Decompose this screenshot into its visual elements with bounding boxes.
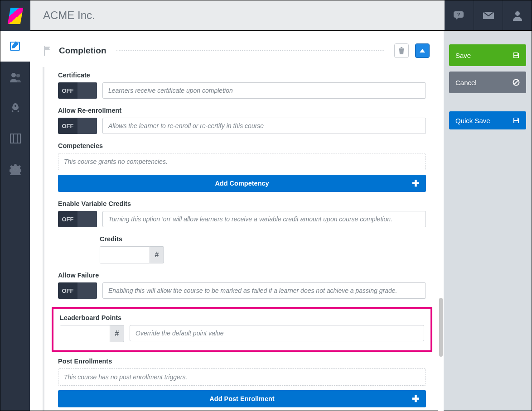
field-leaderboard: Leaderboard Points # Override the defaul… bbox=[60, 314, 424, 342]
svg-rect-13 bbox=[514, 53, 517, 55]
mail-button[interactable] bbox=[474, 0, 503, 30]
reenroll-desc: Allows the learner to re-enroll or re-ce… bbox=[102, 118, 426, 134]
quick-save-button[interactable]: Quick Save bbox=[449, 111, 526, 129]
certificate-toggle[interactable]: OFF bbox=[58, 82, 97, 99]
add-postenroll-button[interactable]: Add Post Enrollment ✚ bbox=[58, 390, 426, 407]
credits-input[interactable] bbox=[100, 247, 150, 263]
main-panel: Completion Certificate OFF Learners rece… bbox=[30, 31, 444, 411]
company-name: ACME Inc. bbox=[30, 0, 395, 30]
save-button[interactable]: Save bbox=[449, 44, 526, 66]
add-postenroll-label: Add Post Enrollment bbox=[209, 395, 274, 402]
certificate-desc: Learners receive certificate upon comple… bbox=[102, 82, 426, 99]
competencies-empty: This course grants no competencies. bbox=[58, 153, 426, 170]
svg-rect-14 bbox=[514, 56, 518, 57]
reenroll-toggle[interactable]: OFF bbox=[58, 118, 97, 134]
gear-icon bbox=[10, 163, 21, 175]
toggle-text: OFF bbox=[58, 216, 77, 223]
field-reenroll: Allow Re-enrollment OFF Allows the learn… bbox=[58, 107, 426, 134]
quick-save-icon bbox=[513, 117, 520, 124]
reenroll-label: Allow Re-enrollment bbox=[58, 107, 426, 114]
section-divider bbox=[116, 50, 385, 51]
rail-edit[interactable] bbox=[0, 31, 30, 62]
svg-rect-7 bbox=[10, 134, 20, 143]
toggle-knob bbox=[77, 211, 97, 227]
toggle-text: OFF bbox=[58, 123, 77, 129]
field-competencies: Competencies This course grants no compe… bbox=[58, 142, 426, 192]
scrollbar-thumb[interactable] bbox=[439, 298, 443, 357]
edit-page-icon bbox=[9, 40, 22, 53]
section-content: Certificate OFF Learners receive certifi… bbox=[43, 67, 440, 411]
allowfail-label: Allow Failure bbox=[58, 272, 426, 279]
scrollbar-track[interactable] bbox=[438, 31, 444, 411]
field-certificate: Certificate OFF Learners receive certifi… bbox=[58, 72, 426, 99]
svg-point-6 bbox=[15, 105, 16, 107]
plus-icon: ✚ bbox=[412, 178, 420, 189]
collapse-button[interactable] bbox=[415, 43, 430, 58]
svg-rect-10 bbox=[44, 46, 45, 56]
mail-icon bbox=[483, 11, 494, 19]
toggle-text: OFF bbox=[58, 287, 77, 294]
rocket-icon bbox=[10, 102, 21, 114]
svg-point-5 bbox=[16, 74, 20, 77]
add-competency-button[interactable]: Add Competency ✚ bbox=[58, 175, 426, 192]
credits-suffix: # bbox=[150, 246, 164, 263]
header-blank bbox=[395, 0, 445, 30]
logo-mark-icon bbox=[8, 8, 23, 24]
quick-save-label: Quick Save bbox=[455, 117, 490, 124]
svg-rect-18 bbox=[514, 121, 518, 123]
save-label: Save bbox=[455, 52, 471, 59]
rail-table[interactable] bbox=[0, 123, 30, 154]
postenroll-label: Post Enrollments bbox=[58, 358, 426, 365]
delete-button[interactable] bbox=[394, 43, 409, 58]
left-rail bbox=[0, 31, 30, 411]
svg-line-16 bbox=[514, 81, 518, 84]
varcredits-label: Enable Variable Credits bbox=[58, 200, 426, 207]
rail-users[interactable] bbox=[0, 62, 30, 92]
field-varcredits: Enable Variable Credits OFF Turning this… bbox=[58, 200, 426, 227]
varcredits-desc: Turning this option 'on' will allow lear… bbox=[102, 211, 426, 227]
leaderboard-suffix: # bbox=[110, 325, 124, 342]
svg-rect-11 bbox=[399, 48, 404, 49]
svg-rect-12 bbox=[401, 47, 402, 48]
field-postenroll: Post Enrollments This course has no post… bbox=[58, 358, 426, 407]
varcredits-toggle[interactable]: OFF bbox=[58, 211, 97, 227]
svg-text:?: ? bbox=[457, 12, 460, 17]
help-button[interactable]: ? bbox=[445, 0, 474, 30]
cancel-button[interactable]: Cancel bbox=[449, 72, 526, 93]
section-header: Completion bbox=[30, 31, 443, 62]
top-nav: ACME Inc. ? bbox=[0, 0, 532, 31]
toggle-knob bbox=[77, 282, 97, 299]
postenroll-empty: This course has no post enrollment trigg… bbox=[58, 368, 426, 386]
leaderboard-desc: Override the default point value bbox=[130, 325, 424, 341]
user-icon bbox=[512, 10, 523, 21]
field-allowfail: Allow Failure OFF Enabling this will all… bbox=[58, 272, 426, 299]
top-right-icons: ? bbox=[445, 0, 532, 30]
leaderboard-input-wrap bbox=[60, 325, 110, 342]
table-icon bbox=[10, 134, 21, 143]
svg-point-2 bbox=[515, 11, 520, 16]
competencies-label: Competencies bbox=[58, 142, 426, 149]
side-panel: Save Cancel Quick Save bbox=[444, 31, 532, 411]
flag-icon bbox=[43, 46, 53, 56]
leaderboard-input[interactable] bbox=[60, 325, 110, 342]
caret-up-icon bbox=[420, 49, 425, 53]
cancel-label: Cancel bbox=[455, 79, 477, 86]
users-icon bbox=[9, 72, 22, 82]
allowfail-toggle[interactable]: OFF bbox=[58, 282, 97, 299]
help-icon: ? bbox=[454, 10, 465, 20]
logo[interactable] bbox=[0, 0, 30, 31]
user-button[interactable] bbox=[503, 0, 532, 30]
trash-icon bbox=[398, 47, 405, 54]
toggle-knob bbox=[77, 82, 97, 99]
leaderboard-highlight: Leaderboard Points # Override the defaul… bbox=[52, 307, 432, 352]
toggle-text: OFF bbox=[58, 87, 77, 94]
plus-icon: ✚ bbox=[412, 393, 420, 404]
rail-settings[interactable] bbox=[0, 154, 30, 185]
field-credits: Credits # bbox=[100, 235, 426, 263]
svg-point-4 bbox=[11, 73, 16, 77]
save-icon bbox=[513, 52, 520, 59]
section-title: Completion bbox=[59, 46, 106, 56]
credits-input-wrap bbox=[100, 246, 150, 263]
svg-rect-17 bbox=[514, 118, 517, 120]
rail-launch[interactable] bbox=[0, 92, 30, 123]
